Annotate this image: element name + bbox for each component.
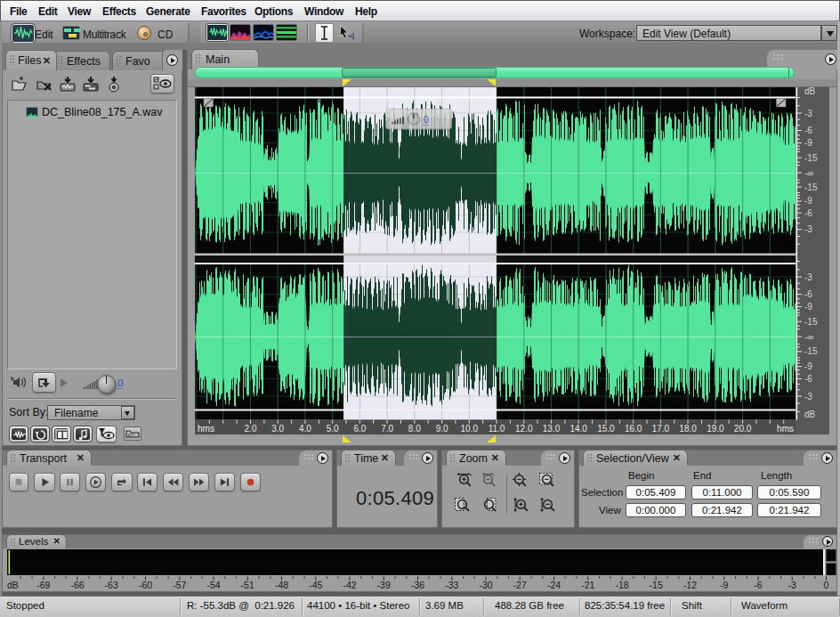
svg-text:7.0: 7.0 bbox=[381, 424, 393, 434]
svg-text:hms: hms bbox=[198, 424, 214, 434]
svg-text:9.0: 9.0 bbox=[435, 424, 448, 434]
svg-text:-9: -9 bbox=[720, 580, 728, 590]
svg-text:dB: dB bbox=[804, 410, 816, 419]
svg-text:-9: -9 bbox=[804, 196, 812, 206]
svg-text:13.0: 13.0 bbox=[542, 424, 560, 434]
svg-text:11.0: 11.0 bbox=[488, 424, 505, 434]
svg-text:16.0: 16.0 bbox=[624, 424, 642, 434]
svg-text:-63: -63 bbox=[105, 580, 118, 590]
svg-text:0: 0 bbox=[424, 114, 429, 125]
svg-text:-27: -27 bbox=[513, 580, 527, 590]
svg-text:-6: -6 bbox=[804, 208, 812, 218]
svg-text:-3: -3 bbox=[788, 580, 796, 590]
svg-text:17.0: 17.0 bbox=[651, 424, 669, 434]
svg-text:-18: -18 bbox=[615, 580, 628, 590]
svg-text:-51: -51 bbox=[241, 580, 254, 590]
svg-text:18.0: 18.0 bbox=[679, 424, 697, 434]
svg-text:8.0: 8.0 bbox=[408, 424, 420, 434]
svg-text:-∞: -∞ bbox=[804, 332, 813, 342]
svg-text:c:\: c:\ bbox=[128, 432, 134, 437]
svg-text:-6: -6 bbox=[804, 126, 812, 135]
svg-text:-36: -36 bbox=[411, 580, 424, 590]
svg-text:6.0: 6.0 bbox=[353, 424, 366, 434]
svg-text:-57: -57 bbox=[173, 580, 186, 590]
svg-text:-15: -15 bbox=[804, 183, 818, 192]
svg-text:-9: -9 bbox=[804, 302, 812, 312]
svg-text:hms: hms bbox=[777, 424, 794, 434]
svg-text:-30: -30 bbox=[479, 580, 492, 590]
svg-text:-42: -42 bbox=[343, 580, 356, 590]
svg-text:-24: -24 bbox=[547, 580, 561, 590]
svg-text:-39: -39 bbox=[377, 580, 391, 590]
svg-text:-21: -21 bbox=[581, 580, 594, 590]
svg-text:-3: -3 bbox=[804, 109, 812, 118]
svg-text:-54: -54 bbox=[206, 580, 220, 590]
svg-text:-15: -15 bbox=[804, 346, 818, 356]
svg-text:-6: -6 bbox=[804, 374, 812, 384]
svg-text:dB: dB bbox=[804, 87, 816, 96]
svg-text:4.0: 4.0 bbox=[298, 424, 311, 434]
svg-text:-60: -60 bbox=[139, 580, 152, 590]
svg-text:-15: -15 bbox=[804, 317, 818, 327]
svg-text:-3: -3 bbox=[804, 392, 812, 402]
svg-text:19.0: 19.0 bbox=[707, 424, 724, 434]
svg-text:-3: -3 bbox=[804, 224, 812, 234]
svg-text:-9: -9 bbox=[804, 361, 812, 371]
svg-text:-12: -12 bbox=[683, 580, 697, 590]
svg-text:14.0: 14.0 bbox=[569, 424, 587, 434]
svg-text:12.0: 12.0 bbox=[515, 424, 533, 434]
svg-text:5.0: 5.0 bbox=[326, 424, 338, 434]
svg-text:15.0: 15.0 bbox=[597, 424, 615, 434]
svg-text:-3: -3 bbox=[804, 272, 812, 282]
svg-text:-9: -9 bbox=[804, 138, 812, 148]
svg-text:-15: -15 bbox=[804, 153, 818, 163]
svg-text:-45: -45 bbox=[309, 580, 322, 590]
svg-text:dB: dB bbox=[7, 580, 19, 590]
svg-text:3.0: 3.0 bbox=[271, 424, 284, 434]
svg-text:-66: -66 bbox=[70, 580, 84, 590]
svg-text:0: 0 bbox=[824, 580, 829, 590]
svg-text:-69: -69 bbox=[36, 580, 50, 590]
svg-text:-33: -33 bbox=[445, 580, 458, 590]
svg-text:20.0: 20.0 bbox=[733, 424, 751, 434]
svg-text:-15: -15 bbox=[650, 580, 663, 590]
svg-text:10.0: 10.0 bbox=[460, 424, 478, 434]
svg-text:-6: -6 bbox=[804, 289, 812, 299]
svg-text:2.0: 2.0 bbox=[244, 424, 256, 434]
svg-text:-48: -48 bbox=[275, 580, 288, 590]
svg-text:-6: -6 bbox=[754, 580, 762, 590]
svg-text:-∞: -∞ bbox=[804, 168, 813, 178]
